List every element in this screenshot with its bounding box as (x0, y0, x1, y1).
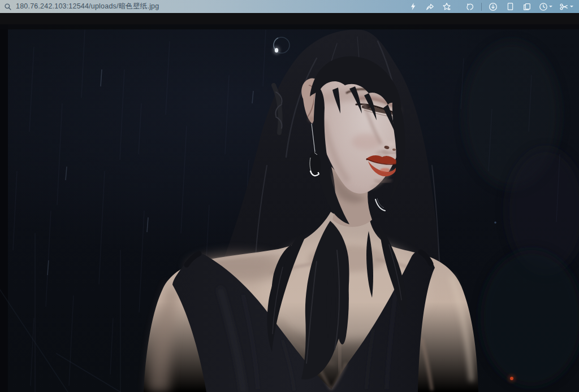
lightning-icon[interactable] (404, 0, 421, 13)
page-top-gap (0, 13, 579, 24)
curl-loop-icon[interactable] (461, 0, 478, 13)
wallpaper-image (0, 24, 579, 392)
screenshot-scissors-icon[interactable] (556, 0, 576, 13)
toolbar-separator (481, 3, 482, 11)
address-bar[interactable]: 180.76.242.103:12544/uploads/暗色壁纸.jpg (0, 2, 404, 11)
copy-icon[interactable] (518, 0, 535, 13)
browser-toolbar: 180.76.242.103:12544/uploads/暗色壁纸.jpg (0, 0, 579, 13)
browser-window: 180.76.242.103:12544/uploads/暗色壁纸.jpg (0, 0, 579, 392)
history-clock-icon[interactable] (535, 0, 556, 13)
chevron-down-icon (549, 6, 552, 7)
page-icon[interactable] (502, 0, 518, 13)
toolbar-buttons (404, 0, 579, 13)
chevron-down-icon (570, 6, 573, 7)
top-fade (0, 24, 579, 29)
share-arrow-icon[interactable] (421, 0, 438, 13)
bookmark-star-icon[interactable] (438, 0, 455, 13)
image-viewport (0, 24, 579, 392)
download-icon[interactable] (485, 0, 502, 13)
blue-light-dot (494, 221, 496, 224)
search-icon (4, 3, 12, 11)
url-text[interactable]: 180.76.242.103:12544/uploads/暗色壁纸.jpg (16, 2, 159, 11)
